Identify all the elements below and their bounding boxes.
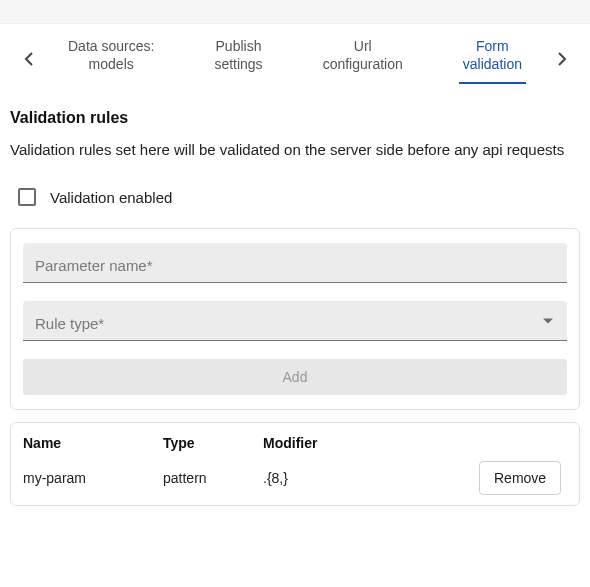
tab-label-line: configuration <box>323 56 403 74</box>
col-header-modifier: Modifier <box>263 435 479 451</box>
tab-label-line: models <box>68 56 154 74</box>
validation-enabled-label: Validation enabled <box>50 189 172 206</box>
col-header-type: Type <box>163 435 263 451</box>
validation-enabled-row: Validation enabled <box>18 188 580 206</box>
validation-enabled-checkbox[interactable] <box>18 188 36 206</box>
section-description: Validation rules set here will be valida… <box>10 139 580 160</box>
tab-label-line: Publish <box>214 38 262 56</box>
cell-type: pattern <box>163 470 263 486</box>
tab-data-sources-models[interactable]: Data sources: models <box>60 34 162 83</box>
rules-table-header: Name Type Modifier <box>23 435 567 461</box>
tab-form-validation[interactable]: Form validation <box>455 34 530 83</box>
cell-modifier: .{8,} <box>263 470 479 486</box>
table-row: my-param pattern .{8,} Remove <box>23 461 567 495</box>
tab-label-line: Url <box>323 38 403 56</box>
tab-label-line: validation <box>463 56 522 74</box>
tab-url-configuration[interactable]: Url configuration <box>315 34 411 83</box>
tabs-scroll-right[interactable] <box>552 52 572 66</box>
top-strip <box>0 0 590 24</box>
section-title: Validation rules <box>10 109 580 127</box>
tab-label-line: Data sources: <box>68 38 154 56</box>
chevron-right-icon <box>558 52 567 66</box>
tab-publish-settings[interactable]: Publish settings <box>206 34 270 83</box>
col-header-name: Name <box>23 435 163 451</box>
parameter-name-label: Parameter name* <box>35 257 555 274</box>
tab-label-line: settings <box>214 56 262 74</box>
remove-button[interactable]: Remove <box>479 461 561 495</box>
rules-table: Name Type Modifier my-param pattern .{8,… <box>10 422 580 506</box>
tab-label-line: Form <box>463 38 522 56</box>
chevron-left-icon <box>24 52 33 66</box>
tab-content: Validation rules Validation rules set he… <box>0 91 590 516</box>
parameter-name-field[interactable]: Parameter name* <box>23 243 567 283</box>
rule-type-select[interactable]: Rule type* <box>23 301 567 341</box>
tabs-scroll-left[interactable] <box>18 52 38 66</box>
tabs-container: Data sources: models Publish settings Ur… <box>0 24 590 91</box>
add-rule-panel: Parameter name* Rule type* Add <box>10 228 580 410</box>
tabs-list: Data sources: models Publish settings Ur… <box>38 34 552 83</box>
cell-name: my-param <box>23 470 163 486</box>
add-button[interactable]: Add <box>23 359 567 395</box>
rule-type-label: Rule type* <box>35 315 555 332</box>
